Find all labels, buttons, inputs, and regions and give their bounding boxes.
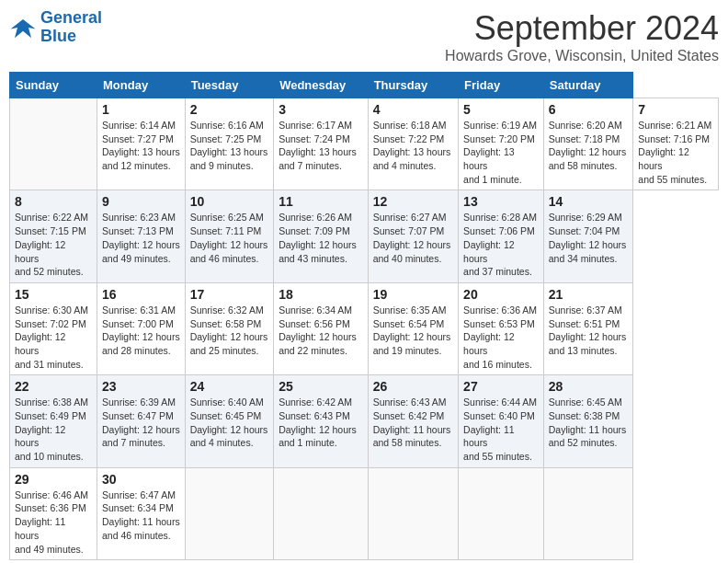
calendar-cell — [543, 467, 633, 559]
day-number: 29 — [15, 472, 92, 487]
week-row-4: 22Sunrise: 6:38 AMSunset: 6:49 PMDayligh… — [10, 375, 719, 467]
calendar-cell: 1Sunrise: 6:14 AMSunset: 7:27 PMDaylight… — [97, 98, 186, 190]
calendar-cell: 22Sunrise: 6:38 AMSunset: 6:49 PMDayligh… — [10, 375, 97, 467]
calendar-cell — [368, 467, 458, 559]
logo: General Blue — [9, 9, 102, 46]
calendar-cell: 10Sunrise: 6:25 AMSunset: 7:11 PMDayligh… — [185, 190, 273, 282]
cell-info: Sunrise: 6:40 AMSunset: 6:45 PMDaylight:… — [190, 396, 268, 450]
cell-info: Sunrise: 6:45 AMSunset: 6:38 PMDaylight:… — [549, 396, 629, 450]
day-number: 18 — [279, 287, 363, 302]
calendar-cell: 8Sunrise: 6:22 AMSunset: 7:15 PMDaylight… — [10, 190, 97, 282]
calendar-cell: 5Sunrise: 6:19 AMSunset: 7:20 PMDaylight… — [459, 98, 544, 190]
cell-info: Sunrise: 6:32 AMSunset: 6:58 PMDaylight:… — [190, 304, 268, 358]
cell-info: Sunrise: 6:27 AMSunset: 7:07 PMDaylight:… — [373, 211, 453, 265]
cell-info: Sunrise: 6:30 AMSunset: 7:02 PMDaylight:… — [15, 304, 92, 371]
svg-marker-0 — [11, 19, 36, 38]
calendar-cell: 13Sunrise: 6:28 AMSunset: 7:06 PMDayligh… — [459, 190, 544, 282]
calendar-cell: 3Sunrise: 6:17 AMSunset: 7:24 PMDaylight… — [274, 98, 369, 190]
week-row-1: 1Sunrise: 6:14 AMSunset: 7:27 PMDaylight… — [10, 98, 719, 190]
cell-info: Sunrise: 6:47 AMSunset: 6:34 PMDaylight:… — [102, 488, 180, 543]
cell-info: Sunrise: 6:37 AMSunset: 6:51 PMDaylight:… — [549, 304, 629, 358]
day-number: 28 — [549, 379, 629, 394]
cell-info: Sunrise: 6:17 AMSunset: 7:24 PMDaylight:… — [279, 119, 363, 173]
cell-info: Sunrise: 6:31 AMSunset: 7:00 PMDaylight:… — [102, 304, 180, 358]
weekday-header-monday: Monday — [97, 73, 186, 98]
day-number: 11 — [279, 194, 363, 209]
logo-bird-icon — [9, 14, 37, 41]
day-number: 24 — [190, 379, 268, 394]
day-number: 7 — [638, 102, 713, 117]
day-number: 2 — [190, 102, 268, 117]
day-number: 23 — [102, 379, 180, 394]
logo-text: General Blue — [40, 9, 102, 46]
calendar-cell: 4Sunrise: 6:18 AMSunset: 7:22 PMDaylight… — [368, 98, 458, 190]
calendar-cell: 6Sunrise: 6:20 AMSunset: 7:18 PMDaylight… — [543, 98, 633, 190]
weekday-header-sunday: Sunday — [10, 73, 97, 98]
cell-info: Sunrise: 6:19 AMSunset: 7:20 PMDaylight:… — [463, 119, 539, 186]
calendar-cell: 26Sunrise: 6:43 AMSunset: 6:42 PMDayligh… — [368, 375, 458, 467]
cell-info: Sunrise: 6:18 AMSunset: 7:22 PMDaylight:… — [373, 119, 453, 173]
weekday-header-thursday: Thursday — [368, 73, 458, 98]
calendar-cell: 11Sunrise: 6:26 AMSunset: 7:09 PMDayligh… — [274, 190, 369, 282]
day-number: 5 — [463, 102, 539, 117]
weekday-header-friday: Friday — [459, 73, 544, 98]
cell-info: Sunrise: 6:39 AMSunset: 6:47 PMDaylight:… — [102, 396, 180, 450]
day-number: 17 — [190, 287, 268, 302]
day-number: 30 — [102, 472, 180, 487]
title-block: September 2024 Howards Grove, Wisconsin,… — [445, 9, 719, 64]
day-number: 22 — [15, 379, 92, 394]
cell-info: Sunrise: 6:21 AMSunset: 7:16 PMDaylight:… — [638, 119, 713, 186]
calendar-cell: 12Sunrise: 6:27 AMSunset: 7:07 PMDayligh… — [368, 190, 458, 282]
cell-info: Sunrise: 6:26 AMSunset: 7:09 PMDaylight:… — [279, 211, 363, 265]
page-header: General Blue September 2024 Howards Grov… — [9, 9, 719, 64]
calendar-cell: 2Sunrise: 6:16 AMSunset: 7:25 PMDaylight… — [185, 98, 273, 190]
calendar-cell: 17Sunrise: 6:32 AMSunset: 6:58 PMDayligh… — [185, 282, 273, 374]
day-number: 12 — [373, 194, 453, 209]
week-row-3: 15Sunrise: 6:30 AMSunset: 7:02 PMDayligh… — [10, 282, 719, 374]
cell-info: Sunrise: 6:44 AMSunset: 6:40 PMDaylight:… — [463, 396, 539, 463]
weekday-header-row: SundayMondayTuesdayWednesdayThursdayFrid… — [10, 73, 719, 98]
cell-info: Sunrise: 6:34 AMSunset: 6:56 PMDaylight:… — [279, 304, 363, 358]
day-number: 27 — [463, 379, 539, 394]
calendar-cell: 14Sunrise: 6:29 AMSunset: 7:04 PMDayligh… — [543, 190, 633, 282]
calendar-table: SundayMondayTuesdayWednesdayThursdayFrid… — [9, 72, 719, 560]
week-row-5: 29Sunrise: 6:46 AMSunset: 6:36 PMDayligh… — [10, 467, 719, 559]
calendar-cell: 29Sunrise: 6:46 AMSunset: 6:36 PMDayligh… — [10, 467, 97, 559]
day-number: 13 — [463, 194, 539, 209]
day-number: 10 — [190, 194, 268, 209]
calendar-cell: 30Sunrise: 6:47 AMSunset: 6:34 PMDayligh… — [97, 467, 186, 559]
calendar-cell: 18Sunrise: 6:34 AMSunset: 6:56 PMDayligh… — [274, 282, 369, 374]
calendar-cell: 9Sunrise: 6:23 AMSunset: 7:13 PMDaylight… — [97, 190, 186, 282]
day-number: 26 — [373, 379, 453, 394]
weekday-header-saturday: Saturday — [543, 73, 633, 98]
calendar-cell: 16Sunrise: 6:31 AMSunset: 7:00 PMDayligh… — [97, 282, 186, 374]
empty-cell — [10, 98, 97, 190]
cell-info: Sunrise: 6:43 AMSunset: 6:42 PMDaylight:… — [373, 396, 453, 450]
calendar-cell — [185, 467, 273, 559]
day-number: 25 — [279, 379, 363, 394]
calendar-cell: 27Sunrise: 6:44 AMSunset: 6:40 PMDayligh… — [459, 375, 544, 467]
cell-info: Sunrise: 6:38 AMSunset: 6:49 PMDaylight:… — [15, 396, 92, 463]
cell-info: Sunrise: 6:20 AMSunset: 7:18 PMDaylight:… — [549, 119, 629, 173]
cell-info: Sunrise: 6:46 AMSunset: 6:36 PMDaylight:… — [15, 488, 92, 556]
calendar-cell: 24Sunrise: 6:40 AMSunset: 6:45 PMDayligh… — [185, 375, 273, 467]
day-number: 21 — [549, 287, 629, 302]
cell-info: Sunrise: 6:23 AMSunset: 7:13 PMDaylight:… — [102, 211, 180, 265]
cell-info: Sunrise: 6:29 AMSunset: 7:04 PMDaylight:… — [549, 211, 629, 265]
calendar-cell — [459, 467, 544, 559]
location-subtitle: Howards Grove, Wisconsin, United States — [445, 48, 719, 64]
weekday-header-wednesday: Wednesday — [274, 73, 369, 98]
day-number: 16 — [102, 287, 180, 302]
day-number: 1 — [102, 102, 180, 117]
day-number: 8 — [15, 194, 92, 209]
month-title: September 2024 — [445, 9, 719, 48]
calendar-cell: 21Sunrise: 6:37 AMSunset: 6:51 PMDayligh… — [543, 282, 633, 374]
cell-info: Sunrise: 6:35 AMSunset: 6:54 PMDaylight:… — [373, 304, 453, 358]
calendar-cell: 23Sunrise: 6:39 AMSunset: 6:47 PMDayligh… — [97, 375, 186, 467]
cell-info: Sunrise: 6:28 AMSunset: 7:06 PMDaylight:… — [463, 211, 539, 278]
cell-info: Sunrise: 6:22 AMSunset: 7:15 PMDaylight:… — [15, 211, 92, 278]
cell-info: Sunrise: 6:36 AMSunset: 6:53 PMDaylight:… — [463, 304, 539, 371]
calendar-cell: 7Sunrise: 6:21 AMSunset: 7:16 PMDaylight… — [633, 98, 719, 190]
day-number: 20 — [463, 287, 539, 302]
day-number: 3 — [279, 102, 363, 117]
